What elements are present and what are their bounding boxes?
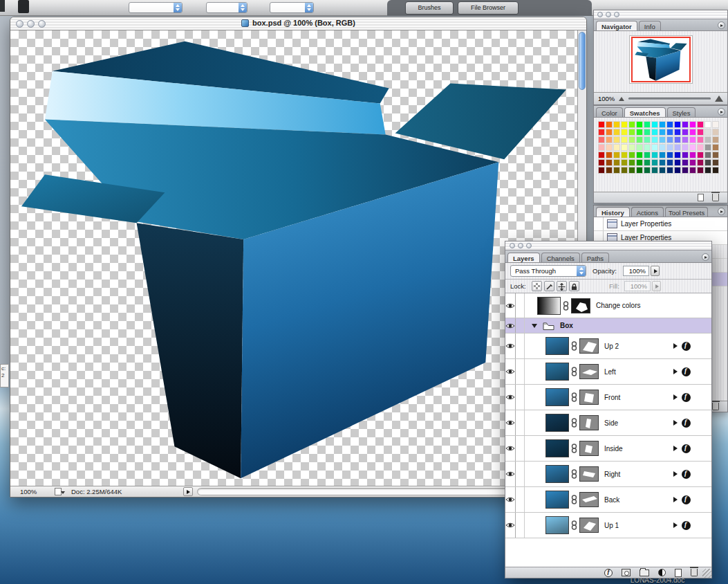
history-source-well[interactable] <box>594 217 604 230</box>
swatch[interactable] <box>598 121 605 128</box>
add-layer-style-icon[interactable] <box>604 569 613 577</box>
close-button[interactable] <box>510 243 515 248</box>
layer-name[interactable]: Left <box>604 368 616 376</box>
layer-mask-thumbnail[interactable] <box>579 441 599 456</box>
swatch[interactable] <box>636 144 643 151</box>
layer-name[interactable]: Front <box>604 394 620 401</box>
layer-mask-thumbnail[interactable] <box>579 466 599 482</box>
vertical-scrollbar-thumb[interactable] <box>579 32 586 90</box>
swatch[interactable] <box>689 121 696 128</box>
expand-effects-icon[interactable] <box>673 420 678 426</box>
swatch[interactable] <box>682 167 689 174</box>
swatch[interactable] <box>704 144 711 151</box>
swatch[interactable] <box>606 121 613 128</box>
expand-effects-icon[interactable] <box>673 369 678 374</box>
layer-row[interactable]: Up 2 <box>505 334 711 359</box>
swatch[interactable] <box>644 152 651 158</box>
visibility-toggle[interactable] <box>505 462 516 486</box>
zoom-slider[interactable] <box>628 98 711 100</box>
swatch[interactable] <box>621 129 628 136</box>
swatch[interactable] <box>598 167 605 174</box>
layer-row[interactable]: Front <box>505 385 711 410</box>
swatch[interactable] <box>613 121 620 128</box>
expand-effects-icon[interactable] <box>673 446 678 451</box>
add-layer-mask-icon[interactable] <box>622 569 631 576</box>
swatch[interactable] <box>689 159 696 166</box>
swatch[interactable] <box>704 159 711 166</box>
swatch[interactable] <box>666 144 673 151</box>
swatch[interactable] <box>644 167 651 174</box>
history-row[interactable]: Layer Properties <box>594 217 727 231</box>
swatch[interactable] <box>697 167 704 174</box>
layer-name[interactable]: Side <box>604 419 618 427</box>
tab-paths[interactable]: Paths <box>581 253 609 262</box>
layer-name[interactable]: Change colors <box>596 302 640 309</box>
navigator-view-box[interactable] <box>631 37 691 82</box>
swatch[interactable] <box>636 159 643 166</box>
visibility-toggle[interactable] <box>505 334 516 358</box>
swatch[interactable] <box>666 152 673 158</box>
tab-swatches[interactable]: Swatches <box>624 107 666 117</box>
minimize-button[interactable] <box>606 12 611 17</box>
swatch[interactable] <box>644 136 651 143</box>
lock-pixels-icon[interactable] <box>544 281 554 291</box>
layer-thumbnail[interactable] <box>545 388 569 406</box>
swatch[interactable] <box>659 167 666 174</box>
window-titlebar[interactable]: box.psd @ 100% (Box, RGB) <box>10 17 586 30</box>
swatch[interactable] <box>689 129 696 136</box>
layer-thumbnail[interactable] <box>545 337 569 355</box>
swatch[interactable] <box>704 136 711 143</box>
swatch[interactable] <box>628 159 635 166</box>
layer-group-row[interactable]: Box <box>505 318 711 334</box>
opacity-field[interactable]: 100% <box>623 266 649 276</box>
swatch[interactable] <box>659 129 666 136</box>
swatch[interactable] <box>674 144 681 151</box>
swatch[interactable] <box>598 144 605 151</box>
swatch[interactable] <box>644 159 651 166</box>
swatch[interactable] <box>651 121 658 128</box>
layer-mask-thumbnail[interactable] <box>579 338 599 354</box>
minimize-button[interactable] <box>518 243 523 248</box>
swatch[interactable] <box>712 136 719 143</box>
delete-swatch-icon[interactable] <box>712 194 719 201</box>
layer-effects-icon[interactable] <box>682 470 691 479</box>
layer-mask-thumbnail[interactable] <box>579 518 599 533</box>
swatch[interactable] <box>598 152 605 158</box>
layer-thumbnail[interactable] <box>545 465 569 483</box>
popup-stepper-icon[interactable] <box>239 3 247 12</box>
popup-stepper-icon[interactable] <box>174 3 182 12</box>
layer-mask-thumbnail[interactable] <box>579 364 599 379</box>
swatch[interactable] <box>682 136 689 143</box>
tab-history[interactable]: History <box>596 207 630 217</box>
layer-row[interactable]: Left <box>505 359 711 385</box>
layer-effects-icon[interactable] <box>682 444 691 453</box>
swatch[interactable] <box>606 152 613 158</box>
zoom-field[interactable]: 100% <box>20 488 37 495</box>
tab-color[interactable]: Color <box>596 107 623 117</box>
swatch[interactable] <box>659 152 666 158</box>
swatch[interactable] <box>682 121 689 128</box>
swatch[interactable] <box>712 144 719 151</box>
layer-set-name[interactable]: Box <box>560 322 573 329</box>
swatch[interactable] <box>659 159 666 166</box>
tab-channels[interactable]: Channels <box>541 253 580 262</box>
layer-effects-icon[interactable] <box>682 393 691 402</box>
swatch[interactable] <box>712 121 719 128</box>
swatch[interactable] <box>628 167 635 174</box>
expand-effects-icon[interactable] <box>673 471 678 477</box>
layer-mask-thumbnail[interactable] <box>579 390 599 405</box>
layer-mask-thumbnail[interactable] <box>579 415 599 430</box>
swatch[interactable] <box>689 152 696 158</box>
swatch[interactable] <box>621 144 628 151</box>
swatch[interactable] <box>682 152 689 158</box>
swatch[interactable] <box>704 167 711 174</box>
resize-grip[interactable] <box>702 569 711 578</box>
opacity-slider-arrow[interactable] <box>651 266 660 276</box>
popup-stepper-icon[interactable] <box>305 3 313 12</box>
swatch[interactable] <box>636 152 643 158</box>
swatch[interactable] <box>712 129 719 136</box>
swatch[interactable] <box>659 136 666 143</box>
swatch[interactable] <box>682 144 689 151</box>
lock-all-icon[interactable] <box>569 281 579 291</box>
layer-effects-icon[interactable] <box>682 521 691 530</box>
